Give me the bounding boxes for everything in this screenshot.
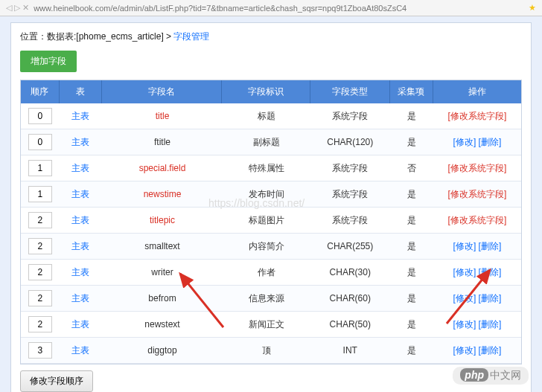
th-action: 操作: [433, 80, 521, 103]
action-cell: [修改] [删除]: [433, 129, 521, 155]
capture-cell: 是: [390, 312, 433, 338]
table-type-link[interactable]: 主表: [71, 163, 89, 173]
order-input[interactable]: [28, 238, 52, 254]
delete-link[interactable]: [删除]: [479, 137, 502, 147]
order-input[interactable]: [28, 264, 52, 280]
table-type-link[interactable]: 主表: [71, 111, 89, 121]
capture-cell: 是: [390, 286, 433, 312]
capture-cell: 是: [390, 129, 433, 155]
submit-order-button[interactable]: 修改字段顺序: [20, 370, 93, 392]
php-watermark-text: 中文网: [490, 369, 521, 381]
order-input[interactable]: [28, 160, 52, 176]
bookmark-star-icon[interactable]: ★: [529, 3, 536, 13]
table-row: 主表newstime发布时间系统字段是[修改系统字段]: [21, 181, 521, 208]
table-row: 主表special.field特殊属性系统字段否[修改系统字段]: [21, 155, 521, 181]
field-name-cell: special.field: [102, 155, 222, 181]
delete-link[interactable]: [删除]: [479, 241, 502, 251]
edit-sys-field-link[interactable]: [修改系统字段]: [448, 189, 507, 199]
table-row: 主表titlepic标题图片系统字段是[修改系统字段]: [21, 208, 521, 234]
edit-sys-field-link[interactable]: [修改系统字段]: [448, 215, 507, 225]
url-text: www.heinelbook.com/e/admin/ab/ListF.php?…: [34, 4, 524, 13]
edit-sys-field-link[interactable]: [修改系统字段]: [448, 111, 507, 121]
capture-cell: 是: [390, 208, 433, 234]
delete-link[interactable]: [删除]: [479, 319, 502, 330]
php-watermark: php中文网: [453, 367, 529, 385]
fields-table: 顺序 表 字段名 字段标识 字段类型 采集项 操作 主表title标题系统字段是…: [20, 80, 522, 364]
order-input[interactable]: [28, 290, 52, 306]
order-input[interactable]: [28, 134, 52, 150]
action-cell: [修改] [删除]: [433, 286, 521, 312]
th-capture: 采集项: [390, 80, 433, 103]
field-type-cell: CHAR(60): [310, 286, 390, 312]
delete-link[interactable]: [删除]: [479, 345, 502, 356]
th-fieldtype: 字段类型: [310, 80, 390, 103]
table-row: 主表title标题系统字段是[修改系统字段]: [21, 103, 521, 129]
action-cell: [修改系统字段]: [433, 155, 521, 181]
capture-cell: 是: [390, 234, 433, 260]
field-type-cell: 系统字段: [310, 181, 390, 208]
action-cell: [修改系统字段]: [433, 181, 521, 208]
table-row: 主表ftitle副标题CHAR(120)是[修改] [删除]: [21, 129, 521, 155]
table-type-link[interactable]: 主表: [71, 345, 89, 356]
edit-link[interactable]: [修改]: [453, 241, 476, 251]
table-type-link[interactable]: 主表: [71, 293, 89, 303]
field-label-cell: 标题图片: [222, 208, 310, 234]
table-type-link[interactable]: 主表: [71, 241, 89, 251]
field-name-cell: title: [102, 103, 222, 129]
table-row: 主表smalltext内容简介CHAR(255)是[修改] [删除]: [21, 234, 521, 260]
delete-link[interactable]: [删除]: [479, 267, 502, 277]
edit-link[interactable]: [修改]: [453, 293, 476, 303]
edit-link[interactable]: [修改]: [453, 319, 476, 330]
field-type-cell: 系统字段: [310, 208, 390, 234]
add-field-button[interactable]: 增加字段: [20, 51, 77, 72]
field-label-cell: 特殊属性: [222, 155, 310, 181]
field-label-cell: 标题: [222, 103, 310, 129]
field-type-cell: CHAR(255): [310, 234, 390, 260]
table-row: 主表newstext新闻正文CHAR(50)是[修改] [删除]: [21, 312, 521, 338]
th-order: 顺序: [21, 80, 60, 103]
action-cell: [修改系统字段]: [433, 208, 521, 234]
action-cell: [修改] [删除]: [433, 234, 521, 260]
field-label-cell: 信息来源: [222, 286, 310, 312]
order-input[interactable]: [28, 212, 52, 228]
field-name-cell: newstext: [102, 312, 222, 338]
delete-link[interactable]: [删除]: [479, 293, 502, 303]
breadcrumb-current[interactable]: 字段管理: [173, 31, 209, 42]
url-bar: ◁ ▷ ✕ www.heinelbook.com/e/admin/ab/List…: [0, 0, 542, 16]
field-name-cell: diggtop: [102, 338, 222, 364]
capture-cell: 是: [390, 181, 433, 208]
field-label-cell: 发布时间: [222, 181, 310, 208]
order-input[interactable]: [28, 186, 52, 202]
table-type-link[interactable]: 主表: [71, 215, 89, 225]
field-type-cell: CHAR(50): [310, 312, 390, 338]
action-cell: [修改] [删除]: [433, 312, 521, 338]
table-row: 主表writer作者CHAR(30)是[修改] [删除]: [21, 260, 521, 286]
action-cell: [修改] [删除]: [433, 338, 521, 364]
field-type-cell: CHAR(30): [310, 260, 390, 286]
capture-cell: 是: [390, 260, 433, 286]
order-input[interactable]: [28, 108, 52, 124]
edit-link[interactable]: [修改]: [453, 267, 476, 277]
field-label-cell: 内容简介: [222, 234, 310, 260]
capture-cell: 是: [390, 338, 433, 364]
field-label-cell: 副标题: [222, 129, 310, 155]
order-input[interactable]: [28, 342, 52, 359]
capture-cell: 否: [390, 155, 433, 181]
table-type-link[interactable]: 主表: [71, 137, 89, 147]
th-fieldname: 字段名: [102, 80, 222, 103]
table-type-link[interactable]: 主表: [71, 267, 89, 277]
table-row: 主表befrom信息来源CHAR(60)是[修改] [删除]: [21, 286, 521, 312]
field-label-cell: 新闻正文: [222, 312, 310, 338]
field-name-cell: writer: [102, 260, 222, 286]
action-cell: [修改] [删除]: [433, 260, 521, 286]
edit-sys-field-link[interactable]: [修改系统字段]: [448, 163, 507, 173]
field-type-cell: INT: [310, 338, 390, 364]
table-type-link[interactable]: 主表: [71, 319, 89, 330]
table-type-link[interactable]: 主表: [71, 189, 89, 199]
field-type-cell: 系统字段: [310, 103, 390, 129]
edit-link[interactable]: [修改]: [453, 137, 476, 147]
nav-icons: ◁ ▷ ✕: [6, 3, 29, 13]
edit-link[interactable]: [修改]: [453, 345, 476, 356]
action-cell: [修改系统字段]: [433, 103, 521, 129]
order-input[interactable]: [28, 316, 52, 332]
